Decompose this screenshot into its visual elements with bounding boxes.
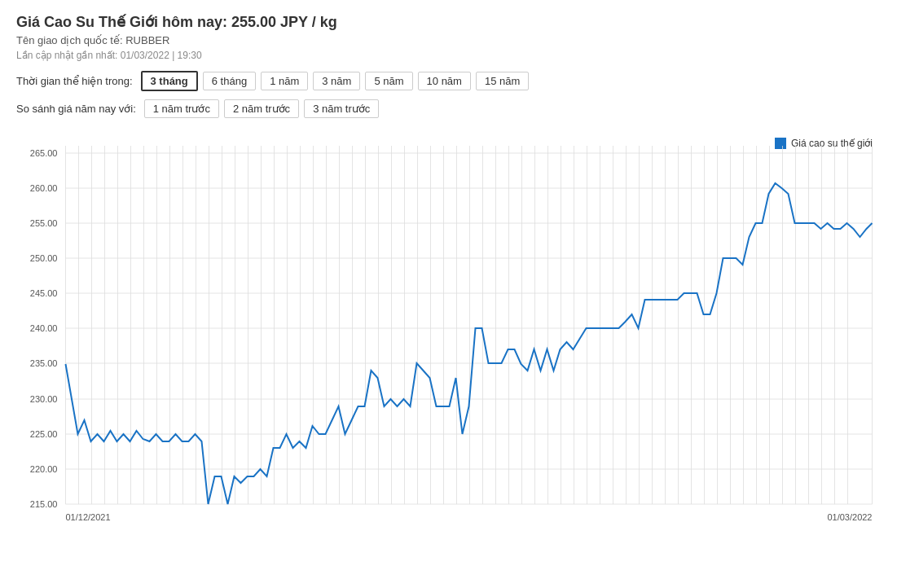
update-label: Lần cập nhật gần nhất: bbox=[16, 50, 117, 61]
price-line bbox=[66, 183, 873, 504]
btn-1-nam[interactable]: 1 năm bbox=[261, 72, 308, 90]
chart-container: .grid-line { stroke: #ddd; stroke-width:… bbox=[16, 138, 881, 531]
btn-3-nam-truoc[interactable]: 3 năm trước bbox=[304, 99, 379, 118]
svg-text:240.00: 240.00 bbox=[30, 323, 58, 333]
btn-3-nam[interactable]: 3 năm bbox=[313, 72, 360, 90]
compare-row: So sánh giá năm nay với: 1 năm trước 2 n… bbox=[16, 99, 881, 118]
svg-text:265.00: 265.00 bbox=[30, 148, 58, 158]
btn-3-thang[interactable]: 3 tháng bbox=[141, 71, 198, 91]
time-range-label: Thời gian thể hiện trong: bbox=[16, 75, 133, 87]
btn-6-thang[interactable]: 6 tháng bbox=[203, 72, 256, 90]
compare-label: So sánh giá năm nay với: bbox=[16, 103, 136, 115]
update-time: Lần cập nhật gần nhất: 01/03/2022 | 19:3… bbox=[16, 50, 881, 61]
btn-10-nam[interactable]: 10 năm bbox=[418, 72, 471, 90]
svg-text:245.00: 245.00 bbox=[30, 288, 58, 298]
chart-area: Giá cao su thế giới .grid-line { stroke:… bbox=[16, 138, 881, 531]
svg-text:235.00: 235.00 bbox=[30, 358, 58, 368]
svg-text:225.00: 225.00 bbox=[30, 429, 58, 439]
price-chart: .grid-line { stroke: #ddd; stroke-width:… bbox=[16, 138, 881, 529]
time-range-row: Thời gian thể hiện trong: 3 tháng 6 thán… bbox=[16, 71, 881, 91]
update-time-value: 01/03/2022 | 19:30 bbox=[121, 50, 202, 61]
svg-text:260.00: 260.00 bbox=[30, 183, 58, 193]
subtitle: Tên giao dịch quốc tế: RUBBER bbox=[16, 34, 881, 46]
svg-text:01/03/2022: 01/03/2022 bbox=[827, 512, 872, 522]
btn-2-nam-truoc[interactable]: 2 năm trước bbox=[224, 99, 299, 118]
btn-15-nam[interactable]: 15 năm bbox=[476, 72, 529, 90]
svg-text:220.00: 220.00 bbox=[30, 464, 58, 474]
svg-text:230.00: 230.00 bbox=[30, 394, 58, 404]
page-title: Giá Cao Su Thế Giới hôm nay: 255.00 JPY … bbox=[16, 13, 881, 31]
svg-text:255.00: 255.00 bbox=[30, 218, 58, 228]
svg-text:250.00: 250.00 bbox=[30, 253, 58, 263]
btn-1-nam-truoc[interactable]: 1 năm trước bbox=[144, 99, 219, 118]
svg-text:215.00: 215.00 bbox=[30, 499, 58, 509]
svg-text:01/12/2021: 01/12/2021 bbox=[66, 512, 111, 522]
btn-5-nam[interactable]: 5 năm bbox=[365, 72, 412, 90]
